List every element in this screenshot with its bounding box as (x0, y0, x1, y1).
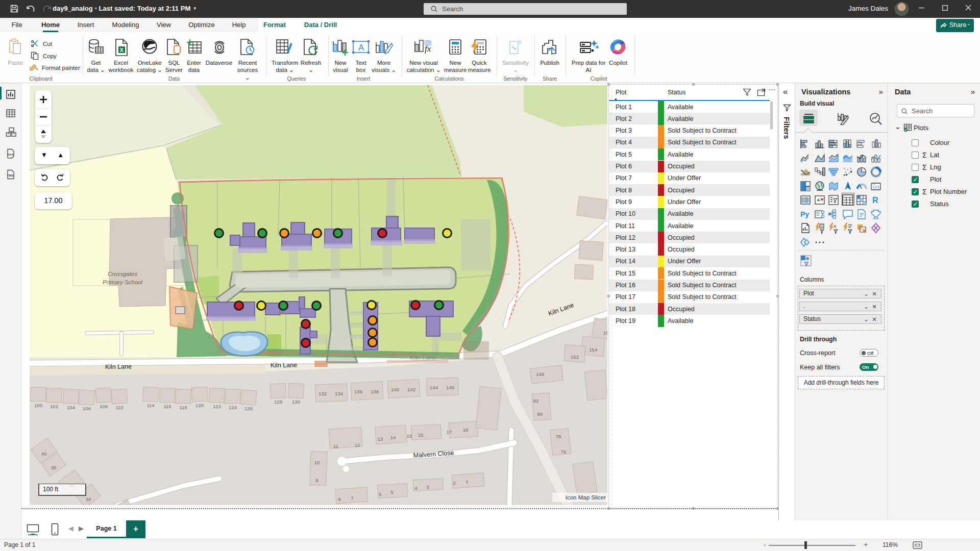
svg-text:Kiln Lane: Kiln Lane (105, 363, 132, 370)
svg-text:R: R (872, 196, 878, 205)
svg-text:15: 15 (407, 433, 412, 439)
svg-text:Kiln Lane: Kiln Lane (410, 355, 436, 362)
svg-text:6: 6 (379, 491, 381, 497)
svg-text:100: 100 (34, 403, 42, 408)
svg-text:122: 122 (213, 404, 221, 409)
svg-text:TMDL: TMDL (7, 174, 15, 177)
svg-text:104: 104 (67, 405, 75, 410)
svg-text:132: 132 (318, 391, 327, 396)
svg-text:142: 142 (407, 387, 415, 392)
svg-text:5: 5 (390, 489, 393, 495)
svg-text:114: 114 (146, 403, 154, 408)
svg-text:14: 14 (390, 435, 396, 440)
svg-text:A: A (834, 224, 837, 229)
svg-text:38: 38 (51, 465, 57, 470)
svg-text:102: 102 (50, 404, 58, 409)
svg-text:128: 128 (274, 399, 282, 405)
svg-text:DAX: DAX (7, 153, 14, 156)
svg-text:18: 18 (463, 427, 469, 433)
svg-text:126: 126 (244, 406, 253, 411)
svg-text:13: 13 (378, 436, 383, 442)
svg-text:138: 138 (371, 389, 379, 394)
svg-text:120: 120 (195, 403, 204, 408)
svg-text:12: 12 (355, 442, 360, 448)
svg-text:148: 148 (536, 371, 544, 377)
svg-text:Py: Py (800, 210, 809, 218)
svg-text:82: 82 (533, 398, 539, 404)
svg-text:fx: fx (425, 44, 431, 54)
svg-text:146: 146 (446, 385, 454, 390)
svg-text:7: 7 (351, 495, 353, 501)
svg-text:140: 140 (391, 387, 399, 392)
svg-text:1: 1 (465, 479, 468, 484)
svg-text:123: 123 (872, 185, 879, 189)
svg-text:9: 9 (315, 478, 318, 483)
svg-text:A: A (358, 43, 364, 53)
svg-text:16: 16 (418, 432, 424, 438)
svg-text:Primary School: Primary School (103, 279, 142, 285)
svg-text:108: 108 (100, 404, 108, 409)
svg-text:Crossgates: Crossgates (108, 271, 137, 277)
svg-text:40: 40 (41, 451, 47, 457)
svg-text:106: 106 (83, 406, 91, 411)
svg-text:136: 136 (354, 389, 362, 394)
svg-text:X: X (120, 47, 124, 53)
svg-text:Kiln Lane: Kiln Lane (271, 361, 297, 369)
svg-text:78: 78 (556, 434, 561, 439)
svg-text:118: 118 (179, 405, 187, 410)
svg-text:116: 116 (163, 404, 171, 409)
svg-text:17: 17 (447, 429, 452, 435)
svg-text:134: 134 (335, 391, 343, 396)
svg-text:2: 2 (453, 480, 455, 486)
svg-text:124: 124 (229, 405, 237, 410)
svg-text:4: 4 (414, 485, 417, 491)
svg-text:80: 80 (537, 411, 543, 417)
svg-text:156: 156 (603, 330, 607, 336)
svg-text:34: 34 (86, 496, 91, 502)
svg-text:130: 130 (292, 399, 300, 405)
svg-text:152: 152 (571, 354, 579, 360)
svg-text:3: 3 (426, 484, 429, 490)
svg-text:10: 10 (314, 460, 320, 465)
svg-text:110: 110 (115, 405, 123, 410)
svg-text:8: 8 (338, 496, 340, 502)
svg-text:11: 11 (333, 443, 338, 449)
svg-text:76: 76 (561, 449, 567, 455)
svg-text:144: 144 (430, 385, 438, 390)
svg-text:154: 154 (589, 347, 597, 353)
